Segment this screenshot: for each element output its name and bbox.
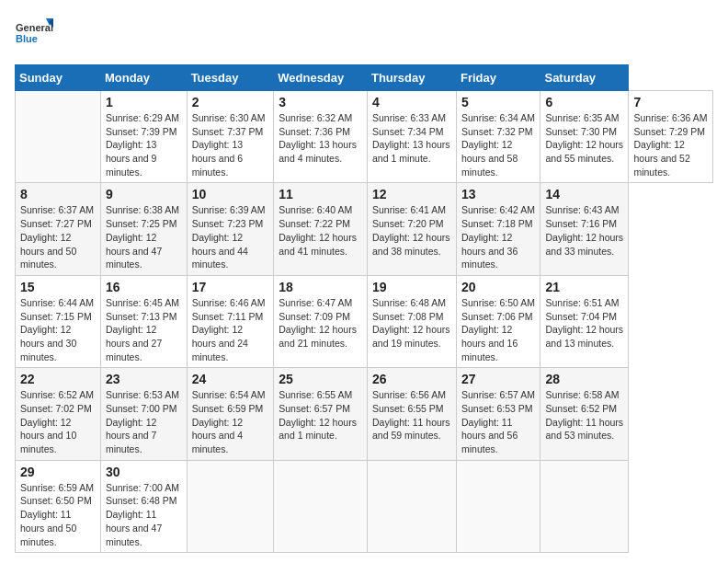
day-number: 11: [279, 187, 362, 201]
calendar-day-cell: 18 Sunrise: 6:47 AM Sunset: 7:09 PM Dayl…: [274, 275, 368, 367]
day-info: Sunrise: 6:35 AM Sunset: 7:30 PM Dayligh…: [545, 111, 623, 166]
day-number: 15: [20, 280, 96, 294]
day-number: 12: [372, 187, 451, 201]
calendar-day-cell: 10 Sunrise: 6:39 AM Sunset: 7:23 PM Dayl…: [187, 183, 274, 275]
svg-text:General: General: [16, 22, 53, 33]
day-number: 7: [633, 95, 708, 109]
page-header: General Blue: [15, 15, 713, 53]
calendar-day-cell: 7 Sunrise: 6:36 AM Sunset: 7:29 PM Dayli…: [629, 91, 713, 183]
calendar-day-cell: 15 Sunrise: 6:44 AM Sunset: 7:15 PM Dayl…: [16, 275, 101, 367]
calendar-day-cell: [540, 460, 629, 552]
calendar-day-cell: 21 Sunrise: 6:51 AM Sunset: 7:04 PM Dayl…: [540, 275, 629, 367]
day-number: 27: [461, 372, 535, 386]
calendar-day-cell: [367, 460, 456, 552]
calendar-day-cell: 12 Sunrise: 6:41 AM Sunset: 7:20 PM Dayl…: [367, 183, 456, 275]
calendar-table: SundayMondayTuesdayWednesdayThursdayFrid…: [15, 64, 713, 553]
day-number: 3: [279, 95, 362, 109]
day-number: 6: [545, 95, 623, 109]
day-info: Sunrise: 6:43 AM Sunset: 7:16 PM Dayligh…: [545, 203, 623, 258]
calendar-day-cell: 14 Sunrise: 6:43 AM Sunset: 7:16 PM Dayl…: [540, 183, 629, 275]
day-number: 16: [106, 280, 182, 294]
svg-text:Blue: Blue: [16, 33, 38, 44]
day-info: Sunrise: 6:36 AM Sunset: 7:29 PM Dayligh…: [633, 111, 708, 178]
calendar-week-row: 29 Sunrise: 6:59 AM Sunset: 6:50 PM Dayl…: [16, 460, 713, 552]
day-number: 29: [20, 465, 96, 479]
day-info: Sunrise: 6:48 AM Sunset: 7:08 PM Dayligh…: [372, 296, 451, 350]
day-number: 9: [106, 187, 182, 201]
calendar-day-cell: [16, 91, 101, 183]
day-info: Sunrise: 6:41 AM Sunset: 7:20 PM Dayligh…: [372, 203, 451, 258]
day-number: 8: [20, 187, 96, 201]
logo: General Blue: [15, 15, 53, 53]
calendar-day-cell: 23 Sunrise: 6:53 AM Sunset: 7:00 PM Dayl…: [100, 368, 187, 460]
day-number: 2: [192, 95, 269, 109]
calendar-day-cell: 9 Sunrise: 6:38 AM Sunset: 7:25 PM Dayli…: [100, 183, 187, 275]
calendar-day-cell: 26 Sunrise: 6:56 AM Sunset: 6:55 PM Dayl…: [367, 368, 456, 460]
day-info: Sunrise: 6:54 AM Sunset: 6:59 PM Dayligh…: [192, 388, 269, 455]
day-number: 26: [372, 372, 451, 386]
calendar-day-cell: 1 Sunrise: 6:29 AM Sunset: 7:39 PM Dayli…: [100, 91, 187, 183]
calendar-day-cell: 25 Sunrise: 6:55 AM Sunset: 6:57 PM Dayl…: [274, 368, 368, 460]
day-info: Sunrise: 6:33 AM Sunset: 7:34 PM Dayligh…: [372, 111, 451, 166]
calendar-week-row: 22 Sunrise: 6:52 AM Sunset: 7:02 PM Dayl…: [16, 368, 713, 460]
calendar-day-cell: 13 Sunrise: 6:42 AM Sunset: 7:18 PM Dayl…: [456, 183, 540, 275]
calendar-day-cell: 2 Sunrise: 6:30 AM Sunset: 7:37 PM Dayli…: [187, 91, 274, 183]
day-of-week-header: Saturday: [540, 65, 629, 91]
day-number: 4: [372, 95, 451, 109]
day-info: Sunrise: 6:42 AM Sunset: 7:18 PM Dayligh…: [461, 203, 535, 270]
day-number: 22: [20, 372, 96, 386]
calendar-day-cell: 27 Sunrise: 6:57 AM Sunset: 6:53 PM Dayl…: [456, 368, 540, 460]
day-of-week-header: Friday: [456, 65, 540, 91]
day-number: 18: [279, 280, 362, 294]
day-info: Sunrise: 6:39 AM Sunset: 7:23 PM Dayligh…: [192, 203, 269, 270]
day-of-week-header: Monday: [100, 65, 187, 91]
day-number: 1: [106, 95, 182, 109]
day-info: Sunrise: 6:58 AM Sunset: 6:52 PM Dayligh…: [545, 388, 623, 442]
calendar-week-row: 1 Sunrise: 6:29 AM Sunset: 7:39 PM Dayli…: [16, 91, 713, 183]
day-number: 10: [192, 187, 269, 201]
day-number: 13: [461, 187, 535, 201]
calendar-day-cell: [187, 460, 274, 552]
logo-bird-icon: General Blue: [15, 15, 53, 53]
day-info: Sunrise: 6:50 AM Sunset: 7:06 PM Dayligh…: [461, 296, 535, 363]
day-of-week-header: Tuesday: [187, 65, 274, 91]
day-info: Sunrise: 6:45 AM Sunset: 7:13 PM Dayligh…: [106, 296, 182, 363]
calendar-day-cell: 28 Sunrise: 6:58 AM Sunset: 6:52 PM Dayl…: [540, 368, 629, 460]
day-info: Sunrise: 6:53 AM Sunset: 7:00 PM Dayligh…: [106, 388, 182, 455]
day-info: Sunrise: 6:55 AM Sunset: 6:57 PM Dayligh…: [279, 388, 362, 442]
day-info: Sunrise: 6:52 AM Sunset: 7:02 PM Dayligh…: [20, 388, 96, 455]
day-number: 21: [545, 280, 623, 294]
day-number: 20: [461, 280, 535, 294]
day-info: Sunrise: 6:59 AM Sunset: 6:50 PM Dayligh…: [20, 481, 96, 548]
calendar-day-cell: 29 Sunrise: 6:59 AM Sunset: 6:50 PM Dayl…: [16, 460, 101, 552]
day-number: 5: [461, 95, 535, 109]
calendar-day-cell: 19 Sunrise: 6:48 AM Sunset: 7:08 PM Dayl…: [367, 275, 456, 367]
day-number: 25: [279, 372, 362, 386]
calendar-day-cell: 11 Sunrise: 6:40 AM Sunset: 7:22 PM Dayl…: [274, 183, 368, 275]
day-info: Sunrise: 7:00 AM Sunset: 6:48 PM Dayligh…: [106, 481, 182, 548]
calendar-day-cell: 8 Sunrise: 6:37 AM Sunset: 7:27 PM Dayli…: [16, 183, 101, 275]
day-of-week-header: Thursday: [367, 65, 456, 91]
calendar-day-cell: 6 Sunrise: 6:35 AM Sunset: 7:30 PM Dayli…: [540, 91, 629, 183]
calendar-day-cell: 4 Sunrise: 6:33 AM Sunset: 7:34 PM Dayli…: [367, 91, 456, 183]
calendar-day-cell: 3 Sunrise: 6:32 AM Sunset: 7:36 PM Dayli…: [274, 91, 368, 183]
calendar-day-cell: [456, 460, 540, 552]
day-info: Sunrise: 6:30 AM Sunset: 7:37 PM Dayligh…: [192, 111, 269, 178]
day-number: 17: [192, 280, 269, 294]
day-number: 30: [106, 465, 182, 479]
day-info: Sunrise: 6:56 AM Sunset: 6:55 PM Dayligh…: [372, 388, 451, 442]
day-info: Sunrise: 6:46 AM Sunset: 7:11 PM Dayligh…: [192, 296, 269, 363]
day-of-week-header: Wednesday: [274, 65, 368, 91]
day-info: Sunrise: 6:29 AM Sunset: 7:39 PM Dayligh…: [106, 111, 182, 178]
day-number: 28: [545, 372, 623, 386]
day-info: Sunrise: 6:44 AM Sunset: 7:15 PM Dayligh…: [20, 296, 96, 363]
day-info: Sunrise: 6:32 AM Sunset: 7:36 PM Dayligh…: [279, 111, 362, 166]
day-info: Sunrise: 6:40 AM Sunset: 7:22 PM Dayligh…: [279, 203, 362, 258]
calendar-week-row: 8 Sunrise: 6:37 AM Sunset: 7:27 PM Dayli…: [16, 183, 713, 275]
day-number: 19: [372, 280, 451, 294]
logo-container: General Blue: [15, 15, 53, 53]
day-info: Sunrise: 6:57 AM Sunset: 6:53 PM Dayligh…: [461, 388, 535, 455]
day-info: Sunrise: 6:37 AM Sunset: 7:27 PM Dayligh…: [20, 203, 96, 270]
day-number: 24: [192, 372, 269, 386]
day-info: Sunrise: 6:34 AM Sunset: 7:32 PM Dayligh…: [461, 111, 535, 178]
